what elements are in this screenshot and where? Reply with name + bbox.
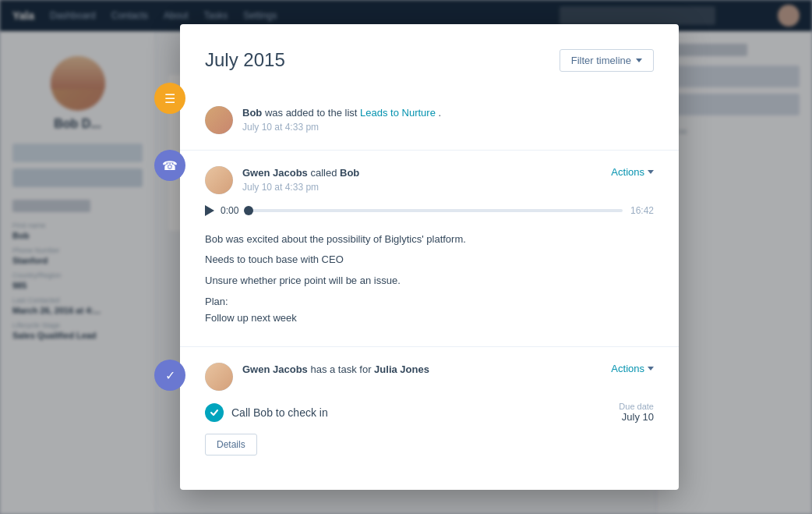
modal-overlay: July 2015 Filter timeline Bob [0,0,812,514]
note-line-1: Bob was excited about the possibility of… [205,232,654,248]
gwen-avatar-image [205,166,233,194]
note-line-3: Unsure whether price point will be an is… [205,273,654,289]
timeline-icon-call: ☎ [154,150,185,181]
list-item-header: Bob was added to the list Leads to Nurtu… [205,106,654,134]
task-actions-caret-icon [648,367,654,370]
list-actor: Bob [242,107,262,119]
task-due-area: Due date July 10 [619,402,654,423]
task-actions-button[interactable]: Actions [611,363,654,374]
task-item-avatar [205,363,233,391]
call-item-avatar [205,166,233,194]
task-name: Call Bob to check in [231,406,328,419]
call-actions-caret-icon [648,170,654,174]
filter-timeline-label: Filter timeline [571,55,631,66]
call-item-header: Gwen Jacobs called Bob July 10 at 4:33 p… [205,166,654,194]
audio-total-time: 16:42 [629,205,654,216]
note-line-2: Needs to touch base with CEO [205,252,654,268]
call-item-description: Gwen Jacobs called Bob [242,166,359,180]
list-item-avatar [205,106,233,134]
timeline-header: July 2015 Filter timeline [180,49,679,90]
list-item: Bob was added to the list Leads to Nurtu… [180,90,679,150]
task-actions-label: Actions [611,363,644,374]
call-action: called [310,167,340,179]
timeline-icon-list: ☰ [154,83,185,114]
task-title-row: Call Bob to check in [205,403,328,422]
task-target: Julia Jones [374,363,429,375]
list-item-description: Bob was added to the list Leads to Nurtu… [242,106,441,120]
call-item: Gwen Jacobs called Bob July 10 at 4:33 p… [180,150,679,347]
list-period: . [439,107,442,119]
call-timestamp: July 10 at 4:33 pm [242,182,359,193]
call-item-left: Gwen Jacobs called Bob July 10 at 4:33 p… [205,166,359,194]
bob-avatar-image [205,106,233,134]
call-actor: Gwen Jacobs [242,167,308,179]
timeline-items: Bob was added to the list Leads to Nurtu… [180,90,679,472]
call-actions-label: Actions [611,166,644,178]
list-action: was added to the list [265,107,360,119]
audio-progress-bar-container[interactable] [249,209,623,212]
call-item-text: Gwen Jacobs called Bob July 10 at 4:33 p… [242,166,359,193]
task-item-left: Gwen Jacobs has a task for Julia Jones [205,363,429,391]
timeline-title: July 2015 [205,49,285,71]
play-button[interactable] [205,205,214,216]
task-actor: Gwen Jacobs [242,363,308,375]
call-target: Bob [340,167,359,179]
timeline-icon-task: ✓ [154,360,185,391]
gwen-avatar-image-2 [205,363,233,391]
call-actions-button[interactable]: Actions [611,166,654,178]
task-item: Gwen Jacobs has a task for Julia Jones A… [180,346,679,471]
task-due-date: July 10 [619,411,654,423]
task-details-label: Details [217,439,245,450]
task-action: has a task for [310,363,374,375]
audio-player: 0:00 16:42 [205,205,654,219]
task-due-label: Due date [619,402,654,411]
task-item-header: Gwen Jacobs has a task for Julia Jones A… [205,363,654,391]
audio-scrubber-handle[interactable] [244,206,253,215]
audio-current-time: 0:00 [221,205,242,216]
task-item-text: Gwen Jacobs has a task for Julia Jones [242,363,429,377]
filter-caret-icon [636,58,642,62]
list-item-left: Bob was added to the list Leads to Nurtu… [205,106,441,134]
list-timestamp: July 10 at 4:33 pm [242,122,441,133]
call-notes: Bob was excited about the possibility of… [205,232,654,327]
task-item-description: Gwen Jacobs has a task for Julia Jones [242,363,429,377]
list-item-text: Bob was added to the list Leads to Nurtu… [242,106,441,133]
list-link[interactable]: Leads to Nurture [360,107,436,119]
task-row: Call Bob to check in Due date July 10 [205,402,654,423]
filter-timeline-button[interactable]: Filter timeline [560,49,654,72]
task-complete-icon [205,403,224,422]
timeline-modal: July 2015 Filter timeline Bob [180,24,679,491]
task-details-button[interactable]: Details [205,434,257,456]
note-line-4: Plan:Follow up next week [205,294,654,327]
